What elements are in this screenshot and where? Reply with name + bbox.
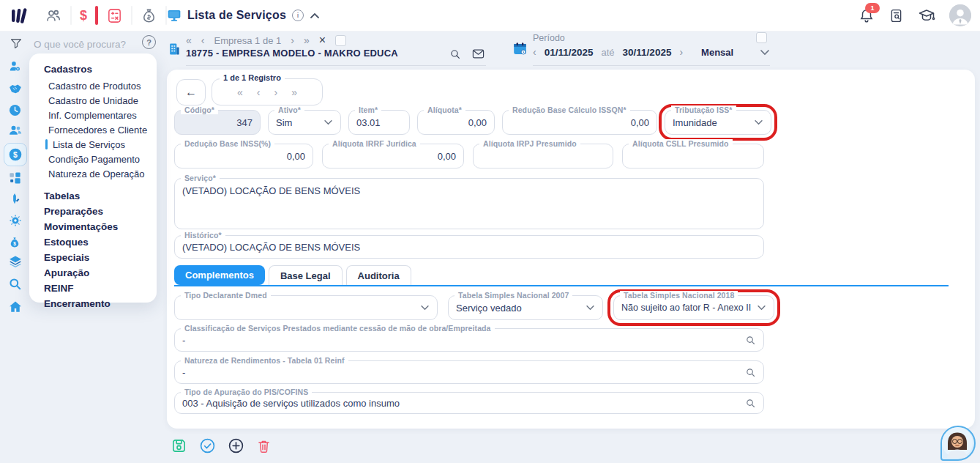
- servico-textarea[interactable]: Serviço* (VETADO) LOCAÇÃO DE BENS MÓVEIS: [174, 178, 764, 229]
- period-start-date[interactable]: 01/11/2025: [545, 47, 594, 58]
- period-mode-select[interactable]: Mensal: [701, 47, 733, 58]
- menu-item-cadastro-produtos[interactable]: Cadastro de Produtos: [29, 78, 157, 93]
- historico-field[interactable]: Histórico* (VETADO) LOCAÇÃO DE BENS MÓVE…: [174, 235, 764, 259]
- menu-item-cadastro-unidade[interactable]: Cadastro de Unidade: [29, 93, 157, 108]
- save-button[interactable]: [171, 437, 187, 454]
- top-bar: $ Lista de Serviços i 1: [0, 0, 980, 32]
- calculator-module-icon[interactable]: [106, 7, 123, 24]
- reducao-base-issqn-value: 0,00: [510, 117, 649, 128]
- filter-icon[interactable]: [10, 37, 23, 50]
- company-checkbox[interactable]: [335, 35, 346, 46]
- home-icon[interactable]: [8, 300, 23, 314]
- classificacao-servicos-lookup[interactable]: Classificação de Serviços Prestados medi…: [174, 328, 764, 352]
- period-next-button[interactable]: ›: [679, 46, 683, 58]
- search-icon[interactable]: [745, 367, 756, 378]
- menu-section-movimentacoes[interactable]: Movimentações: [29, 219, 157, 234]
- user-settings-icon[interactable]: [8, 59, 22, 73]
- company-close-button[interactable]: ×: [319, 34, 326, 47]
- tab-base-legal[interactable]: Base Legal: [269, 265, 343, 285]
- svg-text:$: $: [13, 151, 18, 159]
- natureza-rendimentos-lookup[interactable]: Natureza de Rendimentos - Tabela 01 Rein…: [174, 360, 764, 384]
- menu-item-lista-servicos-active[interactable]: Lista de Serviços: [29, 137, 157, 152]
- company-mail-icon[interactable]: [472, 48, 485, 60]
- sidebar-search-input[interactable]: [32, 35, 138, 53]
- reducao-base-issqn-field[interactable]: Redução Base Cálculo ISSQN* 0,00: [502, 110, 657, 135]
- pen-tool-icon[interactable]: [8, 192, 21, 205]
- record-next-button[interactable]: ›: [274, 86, 278, 98]
- menu-section-encerramento[interactable]: Encerramento: [29, 296, 157, 311]
- record-first-button[interactable]: «: [237, 86, 243, 98]
- money-bag-icon[interactable]: $: [8, 236, 21, 249]
- gear-icon[interactable]: [8, 213, 23, 228]
- menu-section-cadastros[interactable]: Cadastros: [29, 62, 157, 78]
- support-chat-avatar[interactable]: [940, 426, 976, 461]
- item-field[interactable]: Item* 03.01: [348, 110, 410, 135]
- tipo-apuracao-pis-cofins-lookup[interactable]: Tipo de Apuração do PIS/COFINS 003 - Aqu…: [174, 392, 764, 414]
- aliquota-csll-label: Alíquota CSLL Presumido: [629, 139, 733, 148]
- clock-icon[interactable]: [8, 103, 22, 117]
- search-icon[interactable]: [745, 398, 756, 409]
- help-icon[interactable]: ?: [142, 35, 156, 49]
- search-module-icon[interactable]: [8, 277, 22, 291]
- ativo-select[interactable]: Ativo* Sim: [268, 110, 341, 135]
- record-last-button[interactable]: »: [291, 86, 297, 98]
- back-button[interactable]: ←: [176, 79, 206, 105]
- tributacao-iss-select[interactable]: Tributação ISS* Imunidade: [665, 110, 771, 135]
- ativo-value: Sim: [276, 117, 318, 128]
- menu-section-preparacoes[interactable]: Preparações: [29, 204, 157, 219]
- company-prev-button[interactable]: ‹: [201, 34, 205, 46]
- audit-log-button[interactable]: [889, 8, 904, 23]
- financial-module-active[interactable]: $: [4, 143, 27, 166]
- chevron-down-icon[interactable]: [760, 49, 770, 56]
- company-first-button[interactable]: «: [186, 34, 192, 46]
- tabela-simples-2007-select[interactable]: Tabela Simples Nacional 2007 Serviço ved…: [448, 295, 603, 320]
- aliquota-irrf-field[interactable]: Alíquota IRRF Jurídica 0,00: [322, 144, 464, 168]
- tabela-simples-2018-select[interactable]: Tabela Simples Nacional 2018 Não sujeito…: [613, 295, 774, 320]
- training-button[interactable]: [918, 7, 935, 24]
- menu-item-inf-complementares[interactable]: Inf. Complementares: [29, 108, 157, 122]
- period-end-date[interactable]: 30/11/2025: [623, 47, 672, 58]
- menu-section-apuracao[interactable]: Apuração: [29, 265, 157, 281]
- period-prev-button[interactable]: ‹: [533, 46, 536, 58]
- menu-item-condicao-pagamento[interactable]: Condição Pagamento: [29, 152, 157, 166]
- user-avatar[interactable]: [949, 4, 971, 26]
- grid-calc-icon[interactable]: [8, 171, 22, 185]
- company-next-button[interactable]: ›: [291, 34, 294, 46]
- menu-section-reinf[interactable]: REINF: [29, 281, 157, 296]
- add-button[interactable]: [228, 437, 244, 454]
- dollar-module-icon[interactable]: $: [80, 8, 87, 23]
- record-prev-button[interactable]: ‹: [257, 86, 261, 98]
- menu-item-natureza-operacao[interactable]: Natureza de Operação: [29, 166, 157, 181]
- period-checkbox[interactable]: [756, 32, 767, 43]
- detail-tabs: Complementos Base Legal Auditoria: [174, 265, 949, 286]
- notifications-button[interactable]: 1: [859, 7, 875, 23]
- tributacao-iss-label: Tributação ISS*: [671, 105, 736, 114]
- sidebar-menu: Cadastros Cadastro de Produtos Cadastro …: [29, 53, 157, 303]
- company-search-icon[interactable]: [449, 48, 461, 60]
- people-group-icon[interactable]: [8, 123, 23, 138]
- menu-section-especiais[interactable]: Especiais: [29, 250, 157, 265]
- tab-auditoria[interactable]: Auditoria: [346, 265, 411, 285]
- tab-complementos[interactable]: Complementos: [174, 265, 265, 285]
- layers-icon[interactable]: [8, 254, 23, 269]
- tipo-declarante-dmed-select[interactable]: Tipo Declarante Dmed: [174, 295, 438, 320]
- people-module-icon[interactable]: [45, 7, 62, 24]
- handshake-icon[interactable]: [8, 81, 23, 96]
- deducao-base-inss-field[interactable]: Dedução Base INSS(%) 0,00: [174, 144, 313, 168]
- codigo-label: Código*: [181, 105, 218, 114]
- delete-button[interactable]: [256, 438, 272, 454]
- menu-section-tabelas[interactable]: Tabelas: [29, 188, 157, 204]
- aliquota-csll-field[interactable]: Alíquota CSLL Presumido: [622, 144, 764, 168]
- menu-item-fornecedores-cliente[interactable]: Fornecedores e Cliente: [29, 122, 157, 137]
- chevron-up-icon[interactable]: [310, 12, 320, 19]
- search-icon[interactable]: [745, 335, 756, 346]
- menu-section-estoques[interactable]: Estoques: [29, 234, 157, 250]
- company-last-button[interactable]: »: [304, 34, 310, 46]
- active-module-indicator: [95, 6, 98, 25]
- confirm-button[interactable]: [199, 437, 216, 454]
- info-icon[interactable]: i: [292, 10, 304, 21]
- aliquota-field[interactable]: Alíquota* 0,00: [417, 110, 495, 135]
- aliquota-irpj-field[interactable]: Alíquota IRPJ Presumido: [473, 144, 613, 168]
- money-bag-module-icon[interactable]: [141, 7, 157, 24]
- module-icons: $: [45, 6, 175, 25]
